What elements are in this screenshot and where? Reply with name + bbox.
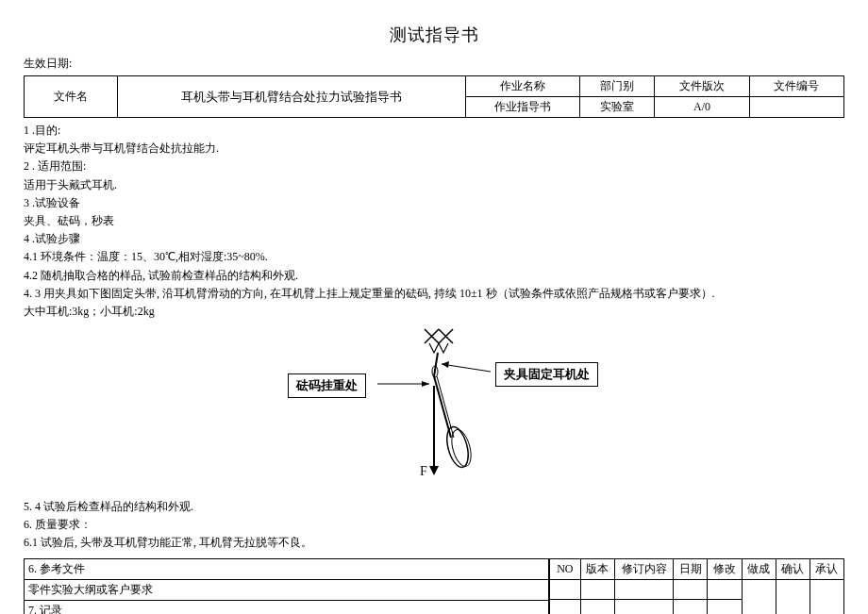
cell xyxy=(549,599,580,614)
file-ver-value: A/0 xyxy=(655,97,749,118)
section-4-1: 4.1 环境条件：温度：15、30℃,相对湿度:35~80%. xyxy=(24,248,844,266)
page-title: 测试指导书 xyxy=(24,24,844,46)
header-table: 文件名 耳机头带与耳机臂结合处拉力试验指导书 作业名称 部门别 文件版次 文件编… xyxy=(24,75,844,118)
cell xyxy=(549,579,580,599)
cell xyxy=(674,599,708,614)
svg-marker-8 xyxy=(429,466,439,475)
fixture-label-box: 夹具固定耳机处 xyxy=(495,362,598,387)
footer-ref-body: 零件实验大纲或客户要求 xyxy=(25,579,549,600)
job-name-value: 作业指导书 xyxy=(466,97,580,118)
footer-record: 7. 记录 xyxy=(25,600,549,614)
section-3-body: 夹具、砝码，秒表 xyxy=(24,212,844,230)
cell xyxy=(614,599,673,614)
section-1-heading: 1 .目的: xyxy=(24,122,844,140)
cell xyxy=(708,579,742,599)
section-3-heading: 3 .试验设备 xyxy=(24,194,844,212)
file-ver-label: 文件版次 xyxy=(655,76,749,97)
cell-make xyxy=(742,579,776,614)
footer-tables: 6. 参考文件 零件实验大纲或客户要求 7. 记录 «RTC 试验报告» NO … xyxy=(24,558,844,614)
svg-point-5 xyxy=(443,424,473,470)
col-confirm: 确认 xyxy=(776,558,810,579)
section-6: 6. 质量要求： xyxy=(24,516,844,534)
svg-marker-2 xyxy=(442,361,449,368)
cell-approve xyxy=(810,579,843,614)
footer-ref-doc: 6. 参考文件 xyxy=(25,558,549,579)
cell xyxy=(580,599,614,614)
section-4-heading: 4 .试验步骤 xyxy=(24,230,844,248)
section-5: 5. 4 试验后检查样品的结构和外观. xyxy=(24,498,844,516)
col-approve: 承认 xyxy=(810,558,843,579)
svg-line-1 xyxy=(442,364,491,372)
file-no-value xyxy=(749,97,843,118)
force-label: F xyxy=(420,464,427,478)
job-name-label: 作业名称 xyxy=(466,76,580,97)
section-6-1: 6.1 试验后, 头带及耳机臂功能正常, 耳机臂无拉脱等不良。 xyxy=(24,534,844,552)
section-2-body: 适用于头戴式耳机. xyxy=(24,176,844,194)
section-4-2: 4.2 随机抽取合格的样品, 试验前检查样品的结构和外观. xyxy=(24,267,844,285)
cell xyxy=(674,579,708,599)
diagram-svg: F xyxy=(292,324,576,490)
svg-marker-4 xyxy=(422,381,429,387)
col-no: NO xyxy=(549,558,580,579)
cell-confirm xyxy=(776,579,810,614)
file-name-value: 耳机头带与耳机臂结合处拉力试验指导书 xyxy=(118,76,466,118)
col-modify: 修改 xyxy=(708,558,742,579)
dept-label: 部门别 xyxy=(580,76,655,97)
col-ver: 版本 xyxy=(580,558,614,579)
col-rev-content: 修订内容 xyxy=(614,558,673,579)
col-make: 做成 xyxy=(742,558,776,579)
weight-label-box: 砝码挂重处 xyxy=(288,373,366,398)
body-text: 1 .目的: 评定耳机头带与耳机臂结合处抗拉能力. 2 . 适用范围: 适用于头… xyxy=(24,122,844,321)
file-no-label: 文件编号 xyxy=(749,76,843,97)
col-date: 日期 xyxy=(674,558,708,579)
file-name-label: 文件名 xyxy=(25,76,118,118)
test-diagram: 砝码挂重处 夹具固定耳机处 F xyxy=(24,324,844,494)
body-text-lower: 5. 4 试验后检查样品的结构和外观. 6. 质量要求： 6.1 试验后, 头带… xyxy=(24,498,844,553)
cell xyxy=(580,579,614,599)
section-2-heading: 2 . 适用范围: xyxy=(24,158,844,175)
cell xyxy=(614,579,673,599)
dept-value: 实验室 xyxy=(580,97,655,118)
section-1-body: 评定耳机头带与耳机臂结合处抗拉能力. xyxy=(24,140,844,158)
effective-date-label: 生效日期: xyxy=(24,56,844,72)
section-4-3: 4. 3 用夹具如下图固定头带, 沿耳机臂滑动的方向, 在耳机臂上挂上规定重量的… xyxy=(24,285,844,303)
cell xyxy=(708,599,742,614)
section-4-3b: 大中耳机:3kg；小耳机:2kg xyxy=(24,303,844,321)
